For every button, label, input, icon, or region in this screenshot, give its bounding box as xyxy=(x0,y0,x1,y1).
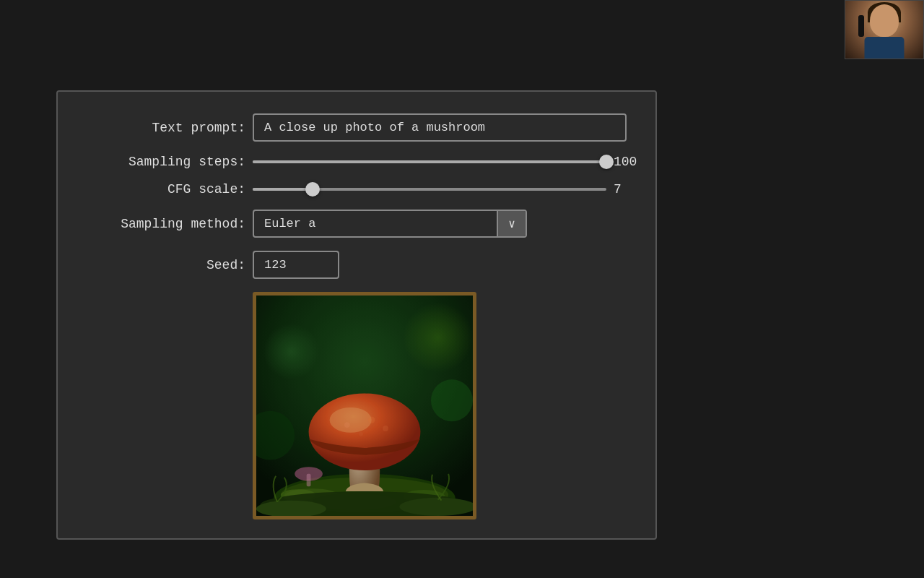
text-prompt-label: Text prompt: xyxy=(87,121,253,135)
cfg-scale-slider-container: 7 xyxy=(253,182,642,197)
generated-image-container xyxy=(253,292,476,519)
seed-row: Seed: xyxy=(87,251,627,279)
sampling-steps-track[interactable] xyxy=(253,160,606,163)
seed-label: Seed: xyxy=(87,258,253,272)
seed-input[interactable] xyxy=(253,251,339,279)
main-panel: Text prompt: Sampling steps: 100 CFG sca… xyxy=(56,90,657,540)
sampling-steps-slider-container: 100 xyxy=(253,155,642,169)
sampling-steps-row: Sampling steps: 100 xyxy=(87,155,627,169)
webcam-face xyxy=(870,4,899,37)
cfg-scale-fill xyxy=(253,188,313,191)
cfg-scale-thumb[interactable] xyxy=(305,182,320,197)
svg-rect-23 xyxy=(256,296,473,516)
webcam-overlay xyxy=(845,0,924,59)
webcam-person xyxy=(845,1,923,59)
sampling-steps-value: 100 xyxy=(614,155,642,169)
sampling-method-label: Sampling method: xyxy=(87,217,253,231)
cfg-scale-label: CFG scale: xyxy=(87,182,253,197)
sampling-steps-thumb[interactable] xyxy=(599,155,614,169)
chevron-down-icon[interactable]: ∨ xyxy=(497,211,526,236)
sampling-method-value: Euler a xyxy=(254,211,497,236)
webcam-mic xyxy=(858,15,864,37)
mushroom-image xyxy=(256,296,473,516)
webcam-body xyxy=(865,37,905,59)
sampling-method-row: Sampling method: Euler a ∨ xyxy=(87,210,627,238)
sampling-method-dropdown[interactable]: Euler a ∨ xyxy=(253,210,527,238)
cfg-scale-value: 7 xyxy=(614,182,642,197)
cfg-scale-row: CFG scale: 7 xyxy=(87,182,627,197)
sampling-steps-fill xyxy=(253,160,606,163)
text-prompt-input[interactable] xyxy=(253,113,627,142)
text-prompt-row: Text prompt: xyxy=(87,113,627,142)
cfg-scale-track[interactable] xyxy=(253,188,606,191)
sampling-steps-label: Sampling steps: xyxy=(87,155,253,169)
